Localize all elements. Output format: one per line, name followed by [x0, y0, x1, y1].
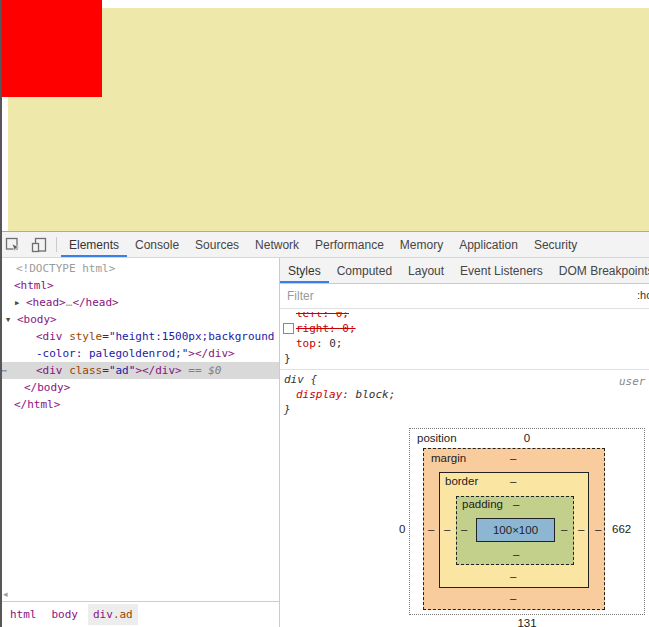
code-segment: :: [342, 388, 355, 401]
css-declaration[interactable]: }: [280, 351, 649, 366]
breadcrumb-item-body[interactable]: body: [47, 604, 84, 625]
style-rule-section: left: 0;right: 0;top: 0;}: [280, 310, 649, 369]
palegoldenrod-div: [8, 8, 649, 231]
css-declaration[interactable]: }: [280, 402, 649, 417]
dom-tree-node[interactable]: <!DOCTYPE html>: [0, 260, 279, 277]
sidebar-tab-event-listeners[interactable]: Event Listeners: [452, 258, 551, 283]
device-toolbar-button[interactable]: [26, 232, 52, 257]
code-segment: ></div>: [188, 347, 234, 360]
devtools-tab-application[interactable]: Application: [451, 232, 526, 257]
css-declaration[interactable]: display: block;: [280, 387, 649, 402]
inspect-cursor-icon: [5, 237, 21, 253]
dom-tree-node[interactable]: <html>: [0, 277, 279, 294]
border-right-value[interactable]: –: [578, 523, 584, 535]
border-label: border: [445, 475, 478, 487]
devtools-tabs: ElementsConsoleSourcesNetworkPerformance…: [61, 232, 585, 257]
code-segment: ;: [389, 388, 396, 401]
styles-sidebar: StylesComputedLayoutEvent ListenersDOM B…: [280, 258, 649, 627]
code-segment: display: [296, 388, 342, 401]
box-model: 100×100 position 0 0 662 131 margin – – …: [409, 428, 646, 627]
position-top-value[interactable]: 0: [509, 432, 545, 444]
dom-tree: <!DOCTYPE html><html>▶<head>…</head>▼<bo…: [0, 260, 279, 413]
devtools-tab-security[interactable]: Security: [526, 232, 585, 257]
devtools-tab-network[interactable]: Network: [247, 232, 307, 257]
sidebar-tabs: StylesComputedLayoutEvent ListenersDOM B…: [280, 258, 649, 284]
position-right-value[interactable]: 662: [612, 523, 631, 535]
devtools-tab-performance[interactable]: Performance: [307, 232, 392, 257]
margin-top-value[interactable]: –: [510, 452, 516, 464]
code-segment: div {: [284, 373, 317, 386]
dom-tree-node[interactable]: </body>: [0, 379, 279, 396]
devtools-panel: ElementsConsoleSourcesNetworkPerformance…: [0, 231, 649, 627]
code-segment: </html>: [14, 398, 60, 411]
css-declaration[interactable]: left: 0;: [280, 312, 649, 321]
box-model-content-box[interactable]: 100×100: [476, 518, 555, 542]
dom-tree-node[interactable]: ▶<head>…</head>: [0, 294, 279, 311]
dom-tree-node[interactable]: -color: palegoldenrod;"></div>: [0, 345, 279, 362]
code-segment: ;: [336, 337, 343, 350]
devtools-tab-console[interactable]: Console: [127, 232, 187, 257]
margin-bottom-value[interactable]: –: [510, 592, 516, 604]
position-left-value[interactable]: 0: [399, 523, 405, 535]
margin-right-value[interactable]: –: [595, 523, 601, 535]
css-declaration[interactable]: right: 0;: [280, 321, 649, 336]
dom-tree-node-selected[interactable]: ⋯<div class="ad"></div> == $0: [0, 362, 279, 379]
sidebar-tab-styles[interactable]: Styles: [280, 258, 329, 283]
code-segment: == $0: [182, 364, 222, 377]
declaration-checkbox[interactable]: [283, 323, 294, 334]
position-bottom-value[interactable]: 131: [409, 617, 645, 627]
code-segment: =: [102, 364, 109, 377]
dom-tree-node[interactable]: </html>: [0, 396, 279, 413]
crumb-segment: .ad: [113, 608, 133, 621]
margin-label: margin: [431, 452, 466, 464]
devtools-panels: <!DOCTYPE html><html>▶<head>…</head>▼<bo…: [0, 258, 649, 627]
devtools-tab-memory[interactable]: Memory: [392, 232, 451, 257]
padding-top-value[interactable]: –: [513, 498, 519, 510]
code-segment: }: [284, 403, 291, 416]
expand-arrow-icon[interactable]: ▶: [15, 295, 19, 312]
sidebar-tab-dom-breakpoints[interactable]: DOM Breakpoints: [551, 258, 649, 283]
margin-left-value[interactable]: –: [428, 523, 434, 535]
code-segment: =: [102, 330, 109, 343]
styles-rules: left: 0;right: 0;top: 0;}user agent styl…: [280, 310, 649, 420]
border-top-value[interactable]: –: [510, 475, 516, 487]
code-segment: :: [316, 337, 329, 350]
code-segment: }: [284, 352, 291, 365]
border-bottom-value[interactable]: –: [510, 570, 516, 582]
inspect-element-button[interactable]: [0, 232, 26, 257]
code-segment: <div: [36, 330, 69, 343]
css-declaration[interactable]: div {: [280, 372, 649, 387]
padding-left-value[interactable]: –: [461, 523, 467, 535]
style-rule-section: user agent stylesheetdiv {display: block…: [280, 369, 649, 420]
code-segment: left: 0;: [296, 312, 349, 320]
screen-left-edge-strip: [0, 0, 2, 627]
styles-filter-bar: Filter :hov: [280, 284, 649, 309]
code-segment: ></div>: [135, 364, 181, 377]
code-segment: -color: palegoldenrod;": [36, 347, 188, 360]
devtools-tab-sources[interactable]: Sources: [187, 232, 247, 257]
code-segment: </body>: [24, 381, 70, 394]
sidebar-tab-layout[interactable]: Layout: [400, 258, 452, 283]
css-declaration[interactable]: top: 0;: [280, 336, 649, 351]
border-left-value[interactable]: –: [444, 523, 450, 535]
breadcrumb-item-div.ad[interactable]: div.ad: [88, 604, 138, 625]
breadcrumb-item-html[interactable]: html: [5, 604, 42, 625]
padding-bottom-value[interactable]: –: [513, 548, 519, 560]
dom-tree-node[interactable]: ▼<body>: [0, 311, 279, 328]
devtools-tab-elements[interactable]: Elements: [61, 232, 127, 257]
code-segment: <html>: [14, 279, 54, 292]
position-label: position: [417, 432, 457, 444]
code-segment: <div: [36, 364, 69, 377]
pseudo-state-toggle[interactable]: :hov: [637, 289, 649, 301]
styles-filter-input[interactable]: Filter: [287, 289, 314, 303]
dom-tree-node[interactable]: <div style="height:1500px;background: [0, 328, 279, 345]
crumb-segment: html: [10, 608, 37, 621]
padding-right-value[interactable]: –: [561, 523, 567, 535]
hscroll-left-arrow-icon[interactable]: ◂: [3, 590, 8, 599]
expand-arrow-icon[interactable]: ▼: [6, 312, 10, 329]
code-segment: top: [296, 337, 316, 350]
sidebar-tab-computed[interactable]: Computed: [329, 258, 400, 283]
code-segment: class: [69, 364, 102, 377]
crumb-segment: div: [93, 608, 113, 621]
browser-page: [0, 0, 649, 231]
